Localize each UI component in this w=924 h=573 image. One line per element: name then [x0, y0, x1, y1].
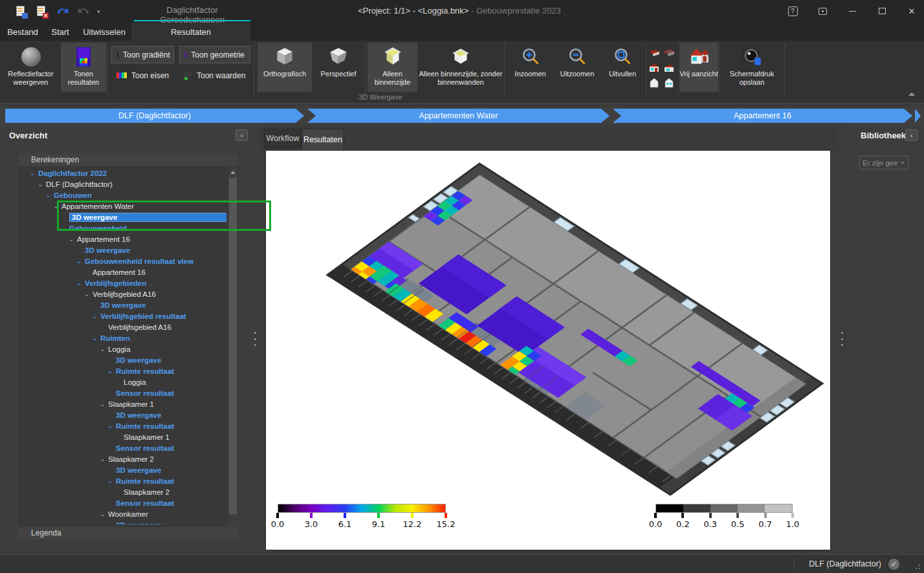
qat-dropdown-caret-icon[interactable]: ▾	[97, 8, 100, 15]
tree-item[interactable]: ⌄Verblijfsgebied resultaat	[18, 310, 226, 321]
tree-expander-icon[interactable]: ⌄	[45, 191, 54, 199]
tree-item[interactable]: ⌄Gebouweenheid resultaat view	[18, 255, 226, 266]
tree-item[interactable]: ⌄Appartement 16	[18, 266, 226, 277]
tree-item[interactable]: ⌄Ruimte resultaat	[18, 365, 226, 376]
tree-item[interactable]: ⌄Appartement 16	[18, 233, 226, 244]
orthografisch-button[interactable]: Orthografisch	[258, 43, 312, 92]
overview-collapse-button[interactable]: ‹	[236, 129, 248, 141]
breadcrumb-appartement-16[interactable]: Appartement 16	[613, 109, 912, 123]
tree-expander-icon[interactable]: ⌄	[92, 312, 100, 319]
tree-item[interactable]: ⌄Verblijfsgebieden	[18, 277, 226, 288]
breadcrumb-dlf[interactable]: DLF (Daglichtfactor)	[5, 109, 304, 123]
alleen-binnenzijde-zonder-button[interactable]: Alleen binnenzijde, zonder binnenwanden	[419, 43, 503, 92]
tree-item[interactable]: ⌄Sensor resultaat	[18, 497, 226, 508]
toon-eisen-toggle[interactable]: Toon eisen	[111, 67, 174, 84]
tonen-resultaten-button[interactable]: Tonen resultaten	[61, 43, 106, 92]
redo-button[interactable]	[76, 5, 89, 18]
tree-expander-icon[interactable]: ⌄	[107, 422, 116, 429]
toon-geometrie-toggle[interactable]: Toon geometrie	[179, 46, 250, 63]
perspectief-button[interactable]: Perspectief	[314, 43, 362, 92]
roof-view-button[interactable]	[647, 46, 661, 60]
breadcrumb-tip-icon	[915, 109, 921, 123]
tree-item[interactable]: ⌄3D weergave	[18, 354, 226, 365]
toon-waarden-toggle[interactable]: DF Toon waarden	[179, 67, 250, 84]
minimize-button[interactable]	[845, 4, 859, 18]
right-splitter-handle[interactable]	[841, 332, 844, 346]
tab-workflow[interactable]: Workflow	[264, 129, 302, 148]
tree-item[interactable]: ⌄Verblijfsgebied A16	[18, 321, 226, 332]
schermafdruk-button[interactable]: Schermafdruk opslaan	[722, 43, 782, 92]
tree-item[interactable]: ⌄Slaapkamer 2	[18, 453, 226, 464]
tree-item[interactable]: ⌄Slaapkamer 1	[18, 398, 226, 409]
tree-item[interactable]: ⌄Loggia	[18, 376, 226, 387]
library-collapse-button[interactable]: ‹	[905, 129, 918, 141]
tree-expander-icon[interactable]: ⌄	[76, 279, 85, 286]
tab-resultaten[interactable]: Resultaten	[131, 23, 250, 41]
gable-view-button[interactable]	[647, 76, 661, 90]
side-view-button[interactable]	[662, 61, 676, 75]
tree-item[interactable]: ⌄Ruimte resultaat	[18, 420, 226, 431]
tree-item[interactable]: ⌄Daglichtfactor 2022	[18, 168, 226, 178]
tree-item[interactable]: ⌄Ruimten	[18, 332, 226, 343]
tab-resultaten-doc[interactable]: Resultaten	[302, 129, 344, 150]
undo-button[interactable]	[56, 5, 69, 18]
tree-expander-icon[interactable]: ⌄	[107, 367, 116, 374]
close-button[interactable]: ✕	[905, 4, 919, 18]
library-dropdown[interactable]: Er zijn gee	[859, 156, 908, 169]
tree-expander-icon[interactable]: ⌄	[92, 334, 100, 341]
legenda-bar[interactable]: Legenda	[18, 527, 238, 539]
tree-item[interactable]: ⌄Sensor resultaat	[18, 442, 226, 453]
tree-expander-icon[interactable]: ⌄	[69, 235, 77, 243]
reflectiefactor-button[interactable]: Reflectiefactor weergeven	[2, 43, 60, 92]
tab-uitwisselen[interactable]: Uitwisselen	[79, 23, 129, 41]
tree-item[interactable]: ⌄Slaapkamer 1	[18, 431, 226, 442]
tree-item[interactable]: ⌄3D weergave	[18, 519, 226, 524]
tab-start[interactable]: Start	[47, 23, 74, 41]
breadcrumb-appartementen-water[interactable]: Appartementen Water	[307, 109, 610, 123]
tree-item[interactable]: ⌄Verblijfsgebied A16	[18, 288, 226, 299]
front-view-button[interactable]	[647, 61, 661, 75]
tree-expander-icon[interactable]: ⌄	[76, 257, 85, 265]
scroll-up-icon[interactable]	[230, 171, 236, 174]
tree-expander-icon[interactable]: ⌄	[100, 345, 108, 352]
left-splitter-handle[interactable]	[254, 332, 257, 346]
tree-item[interactable]: ⌄3D weergave	[18, 464, 226, 475]
viewport-3d[interactable]: 0.03.06.19.112.215.2 0.00.20.30.50.71.0	[265, 150, 831, 550]
tree-item[interactable]: ⌄3D weergave	[18, 409, 226, 420]
tree-item[interactable]: ⌄Ruimte resultaat	[18, 475, 226, 486]
maximize-button[interactable]	[875, 4, 889, 18]
tab-bestand[interactable]: Bestand	[5, 23, 40, 41]
inzoomen-button[interactable]: Inzoomen	[507, 43, 554, 92]
uitvullen-button[interactable]: Uitvullen	[600, 43, 644, 92]
tree-expander-icon[interactable]: ⌄	[84, 290, 93, 297]
uitzoomen-button[interactable]: Uitzoomen	[555, 43, 599, 92]
tree-item[interactable]: ⌄DLF (Daglichtfactor)	[18, 178, 226, 189]
tree-item[interactable]: ⌄3D weergave	[18, 299, 226, 310]
tree-item[interactable]: ⌄3D weergave	[18, 244, 226, 255]
vrij-aanzicht-button[interactable]: Vrij aanzicht	[679, 43, 718, 92]
layout-button[interactable]	[815, 4, 830, 18]
open-document-button[interactable]	[14, 5, 27, 18]
close-document-button[interactable]: ✕	[35, 5, 48, 18]
tree-item[interactable]: ⌄Woonkamer	[18, 508, 226, 519]
df-values-icon: DF	[184, 71, 192, 80]
tree-item[interactable]: ⌄Sensor resultaat	[18, 387, 226, 398]
tree-item[interactable]: ⌄Gebouwen	[18, 189, 226, 200]
roof-outline-view-button[interactable]	[662, 46, 676, 60]
tree-item[interactable]: ⌄Slaapkamer 2	[18, 486, 226, 497]
tree-expander-icon[interactable]: ⌄	[107, 477, 116, 484]
toon-gradient-toggle[interactable]: Toon gradiënt	[111, 46, 174, 63]
tree-root-header[interactable]: Berekeningen	[18, 154, 238, 166]
resize-grip[interactable]	[912, 561, 920, 569]
tree-expander-icon[interactable]: ⌄	[100, 510, 108, 517]
tree-expander-icon[interactable]: ⌄	[30, 169, 38, 177]
ribbon-collapse-icon[interactable]	[908, 92, 915, 96]
alleen-binnenzijde-button[interactable]: Alleen binnenzijde	[368, 43, 417, 92]
tree-item[interactable]: ⌄Loggia	[18, 343, 226, 354]
tree-expander-icon[interactable]: ⌄	[100, 455, 108, 462]
help-button[interactable]: ?	[786, 4, 800, 18]
tree-expander-icon[interactable]: ⌄	[38, 180, 46, 188]
gable-windows-view-button[interactable]	[662, 76, 676, 90]
requirements-colors-icon	[116, 72, 127, 78]
tree-expander-icon[interactable]: ⌄	[100, 400, 108, 407]
